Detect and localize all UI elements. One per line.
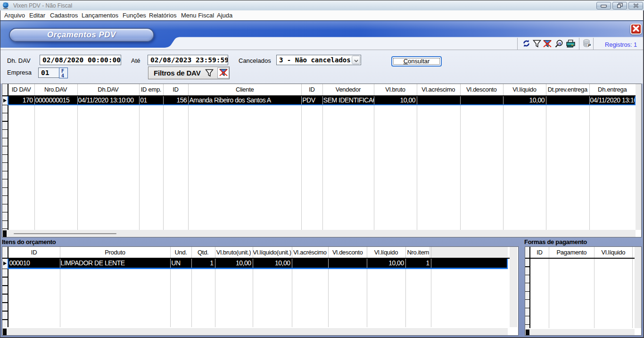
cell: 10,00 [367, 259, 405, 268]
filter-panel: Dh. DAV 02/08/2020 00:00:00 Até 02/08/20… [0, 51, 644, 84]
column-divider [301, 84, 302, 230]
column-header[interactable]: ID [530, 247, 549, 258]
column-divider [460, 84, 461, 230]
restore-button[interactable] [612, 2, 627, 9]
column-header[interactable]: Pagamento [549, 247, 594, 258]
current-row-indicator [3, 262, 7, 265]
column-header[interactable]: Dh.DAV [77, 84, 140, 95]
row-marker-header [525, 247, 529, 258]
search-tool-button[interactable]: n [554, 40, 564, 48]
cell [460, 96, 504, 104]
column-header[interactable]: ID [8, 247, 60, 258]
menu-item-cadastros[interactable]: Cadastros [50, 12, 78, 19]
column-header[interactable]: Dt.prev.entrega [546, 84, 589, 95]
horizontal-scrollbar[interactable] [2, 328, 508, 336]
database-tool-button[interactable]: P [582, 40, 592, 48]
orcamentos-grid[interactable]: ID DAVNro.DAVDh.DAVID emp.IDClienteIDVen… [2, 84, 642, 237]
menu-item-ajuda[interactable]: Ajuda [217, 12, 232, 19]
column-header[interactable]: Nro.DAV [34, 84, 77, 95]
row-marker-column [525, 259, 529, 328]
column-divider [632, 247, 633, 328]
print-tool-button[interactable] [566, 40, 575, 48]
combo-arrow-button[interactable] [352, 56, 360, 64]
refresh-tool-button[interactable] [521, 40, 531, 48]
ate-input[interactable]: 02/08/2023 23:59:59 [148, 55, 228, 65]
toolbar-separator [593, 38, 594, 50]
column-header[interactable]: Vl.desconto [460, 84, 504, 95]
filter-icon [205, 69, 215, 77]
vertical-scrollbar[interactable] [636, 84, 642, 230]
menu-item-editar[interactable]: Editar [29, 12, 45, 19]
app-window: Vixen PDV - Não Fiscal ArquivoEditarCada… [0, 0, 644, 338]
column-header[interactable]: Dh.entrega [589, 84, 636, 95]
cell: 0000000015 [34, 96, 77, 104]
header-underline [525, 258, 642, 259]
cell: 04/11/2020 13:10:00 [77, 96, 140, 104]
close-button[interactable] [628, 2, 643, 9]
toolbar-separator [517, 38, 518, 50]
menu-item-menu-fiscal[interactable]: Menu Fiscal [181, 12, 214, 19]
column-header[interactable]: Vl.desconto [328, 247, 367, 258]
dh-dav-input[interactable]: 02/08/2020 00:00:00 [40, 55, 121, 65]
minimize-button[interactable] [596, 2, 611, 9]
menu-item-relat-rios[interactable]: Relatórios [149, 12, 177, 19]
column-header[interactable]: ID DAV [8, 84, 34, 95]
cell: SEM IDENTIFICAÇÃO [322, 96, 374, 104]
clear-filter-tool-button[interactable] [543, 40, 552, 48]
column-divider [188, 84, 189, 230]
cell: 000010 [8, 259, 60, 268]
column-header[interactable]: ID [163, 84, 189, 95]
restore-icon [617, 2, 623, 9]
menu-item-lan-amentos[interactable]: Lançamentos [82, 12, 118, 19]
column-header[interactable]: Vl.bruto [374, 84, 417, 95]
empresa-f4-button[interactable]: F4 [59, 68, 68, 78]
scrollbar-thumb[interactable] [14, 233, 116, 235]
title-bar: Vixen PDV - Não Fiscal [0, 0, 644, 10]
column-header[interactable]: Produto [60, 247, 171, 258]
filter-tool-button[interactable] [532, 40, 542, 48]
vertical-scrollbar[interactable] [635, 247, 642, 328]
database-icon: P [583, 39, 592, 49]
cell [328, 259, 367, 268]
filtros-dav-button[interactable]: Filtros de DAV [148, 67, 230, 79]
column-header[interactable]: Vl.líquido(unit.) [253, 247, 292, 258]
itens-grid[interactable]: IDProdutoUnd.Qtd.Vl.bruto(unit.)Vl.líqui… [2, 246, 519, 336]
cancelados-select[interactable]: 3 - Não cancelados [276, 55, 361, 65]
column-header[interactable]: Qtd. [191, 247, 215, 258]
empresa-label: Empresa [7, 69, 32, 76]
column-header[interactable]: Nro.item [405, 247, 431, 258]
menu-item-arquivo[interactable]: Arquivo [4, 12, 25, 19]
column-divider [34, 84, 35, 230]
horizontal-scrollbar[interactable] [525, 329, 635, 336]
column-header[interactable]: ID [301, 84, 322, 95]
column-header[interactable]: Cliente [188, 84, 301, 95]
vertical-scrollbar[interactable] [510, 247, 517, 327]
menu-bar: ArquivoEditarCadastrosLançamentosFunções… [0, 10, 644, 20]
consultar-button[interactable]: Consultar [391, 56, 442, 67]
cell: LIMPADOR DE LENTE [60, 259, 171, 268]
column-header[interactable]: Vl.líquido [367, 247, 405, 258]
column-header[interactable]: Vendedor [322, 84, 374, 95]
column-header[interactable]: Vl.líquido [503, 84, 546, 95]
menu-item-fun-es[interactable]: Funções [123, 12, 146, 19]
column-header[interactable]: Vl.acréscimo [292, 247, 329, 258]
pagamentos-grid[interactable]: IDPagamentoVl.líquido [525, 246, 642, 336]
cell: 10,00 [253, 259, 292, 268]
empresa-input[interactable]: 01 [38, 68, 59, 78]
row-marker-header [2, 247, 8, 258]
row-marker-header [2, 84, 8, 95]
form-header: Orçamentos PDV nP Registros: 1 [0, 20, 644, 50]
cell: PDV [301, 96, 322, 104]
clear-filter-button[interactable] [217, 68, 229, 78]
column-header[interactable]: Vl.líquido [594, 247, 632, 258]
column-header[interactable]: Vl.bruto(unit.) [215, 247, 253, 258]
window-border-left [0, 10, 0, 338]
column-header[interactable]: Und. [170, 247, 191, 258]
ate-label: Até [131, 57, 140, 64]
column-header[interactable]: Vl.acréscimo [417, 84, 460, 95]
column-header[interactable]: ID emp. [139, 84, 163, 95]
toolbar-separator [579, 38, 579, 50]
cell: 10,00 [374, 96, 417, 104]
clear-filter-icon [219, 68, 228, 78]
cell: 01 [139, 96, 163, 104]
